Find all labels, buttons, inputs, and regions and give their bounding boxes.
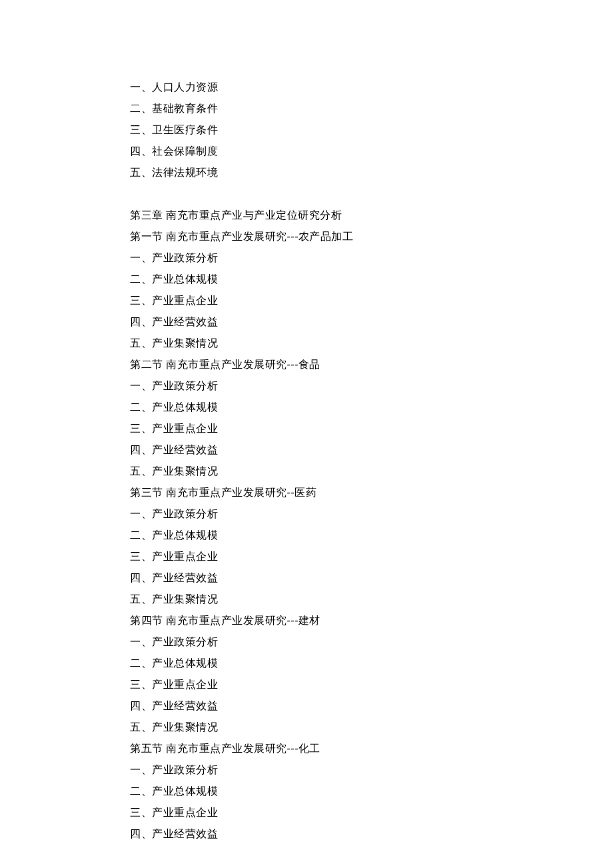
toc-item: 一、产业政策分析	[130, 503, 613, 525]
toc-item: 四、产业经营效益	[130, 439, 613, 461]
toc-item: 五、产业集聚情况	[130, 589, 613, 610]
toc-item: 二、产业总体规模	[130, 653, 613, 674]
section-heading: 第二节 南充市重点产业发展研究---食品	[130, 354, 613, 375]
section-heading: 第五节 南充市重点产业发展研究---化工	[130, 738, 613, 759]
toc-item: 五、产业集聚情况	[130, 333, 613, 354]
document-content: 一、人口人力资源 二、基础教育条件 三、卫生医疗条件 四、社会保障制度 五、法律…	[130, 77, 613, 845]
toc-item: 一、产业政策分析	[130, 631, 613, 653]
section-heading: 第四节 南充市重点产业发展研究---建材	[130, 610, 613, 631]
toc-item: 二、产业总体规模	[130, 397, 613, 418]
section-heading: 第三节 南充市重点产业发展研究--医药	[130, 482, 613, 503]
toc-item: 三、产业重点企业	[130, 290, 613, 311]
blank-line	[130, 183, 613, 205]
toc-item: 四、产业经营效益	[130, 567, 613, 589]
toc-item: 三、卫生医疗条件	[130, 119, 613, 141]
toc-item: 三、产业重点企业	[130, 674, 613, 695]
section-heading: 第一节 南充市重点产业发展研究---农产品加工	[130, 226, 613, 247]
toc-item: 四、社会保障制度	[130, 141, 613, 162]
toc-item: 一、产业政策分析	[130, 375, 613, 397]
toc-item: 四、产业经营效益	[130, 695, 613, 717]
toc-item: 二、产业总体规模	[130, 525, 613, 546]
toc-item: 一、产业政策分析	[130, 759, 613, 781]
chapter-heading: 第三章 南充市重点产业与产业定位研究分析	[130, 205, 613, 226]
toc-item: 三、产业重点企业	[130, 418, 613, 439]
toc-item: 一、人口人力资源	[130, 77, 613, 98]
toc-item: 四、产业经营效益	[130, 823, 613, 845]
toc-item: 二、产业总体规模	[130, 781, 613, 802]
toc-item: 一、产业政策分析	[130, 247, 613, 269]
toc-item: 二、产业总体规模	[130, 269, 613, 290]
toc-item: 五、法律法规环境	[130, 162, 613, 183]
toc-item: 五、产业集聚情况	[130, 717, 613, 738]
toc-item: 五、产业集聚情况	[130, 461, 613, 482]
toc-item: 四、产业经营效益	[130, 311, 613, 333]
toc-item: 二、基础教育条件	[130, 98, 613, 119]
toc-item: 三、产业重点企业	[130, 802, 613, 823]
toc-item: 三、产业重点企业	[130, 546, 613, 567]
